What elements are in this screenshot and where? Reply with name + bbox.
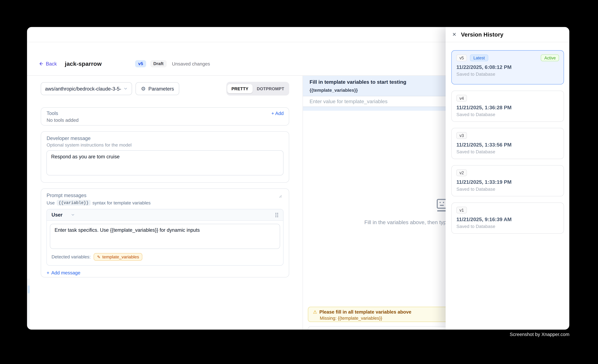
- pencil-icon: ✎: [97, 255, 100, 259]
- results-empty-message: Fill in the variables above, then typ: [364, 219, 447, 225]
- version-status: Saved to Database: [456, 112, 559, 117]
- parameters-label: Parameters: [149, 86, 174, 92]
- detected-variables-label: Detected variables:: [51, 254, 91, 260]
- drag-handle-icon[interactable]: [275, 212, 279, 218]
- add-message-label: Add message: [51, 270, 80, 276]
- version-item-v3[interactable]: v3 11/21/2025, 1:33:56 PM Saved to Datab…: [451, 128, 564, 159]
- version-date: 11/21/2025, 1:36:28 PM: [456, 105, 559, 110]
- toggle-pretty[interactable]: PRETTY: [227, 84, 252, 93]
- left-strip-highlight: [28, 286, 30, 294]
- view-mode-toggle: PRETTY DOTPROMPT: [226, 82, 289, 96]
- hint-suffix: syntax for template variables: [92, 200, 150, 205]
- version-tag: v4: [456, 95, 467, 102]
- template-variable-name: template_variables: [102, 255, 139, 259]
- tools-empty-text: No tools added: [47, 118, 284, 123]
- version-status: Saved to Database: [456, 72, 559, 77]
- model-select-value: aws/anthropic/bedrock-claude-3-5-s...: [45, 86, 121, 92]
- draft-badge: Draft: [150, 60, 167, 67]
- version-badges-row: v1: [456, 207, 559, 214]
- version-history-panel: ✕ Version History v5 Latest Active 11/22…: [446, 27, 569, 330]
- latest-badge: Latest: [470, 55, 488, 61]
- parameters-button[interactable]: ⚙ Parameters: [136, 82, 179, 95]
- role-select[interactable]: User: [51, 212, 75, 218]
- xnapper-watermark: Screenshot by Xnapper.com: [510, 332, 569, 337]
- close-icon[interactable]: ✕: [452, 32, 456, 37]
- back-label: Back: [46, 61, 57, 67]
- unsaved-changes-label: Unsaved changes: [172, 61, 210, 66]
- version-tag: v5: [456, 55, 467, 61]
- role-select-value: User: [51, 212, 63, 218]
- version-item-v2[interactable]: v2 11/21/2025, 1:33:19 PM Saved to Datab…: [451, 165, 564, 197]
- message-block: User Enter task specifics. Use {{templat…: [47, 209, 284, 266]
- version-date: 11/21/2025, 9:16:39 AM: [456, 217, 559, 222]
- prompt-editor-column: aws/anthropic/bedrock-claude-3-5-s... ⚙ …: [27, 76, 303, 330]
- warning-triangle-icon: ⚠: [313, 310, 317, 314]
- gear-icon: ⚙: [141, 86, 146, 91]
- version-item-v5[interactable]: v5 Latest Active 11/22/2025, 6:08:12 PM …: [451, 50, 564, 85]
- version-history-header: ✕ Version History: [446, 27, 569, 42]
- add-tool-button[interactable]: + Add: [271, 111, 284, 116]
- left-edge-strip: [27, 279, 30, 330]
- version-tag: v2: [456, 169, 467, 176]
- version-status: Saved to Database: [456, 187, 559, 192]
- hint-prefix: Use: [47, 200, 55, 205]
- message-textarea-wrap: Enter task specifics. Use {{template_var…: [50, 224, 280, 250]
- chevron-down-icon: [71, 213, 75, 217]
- version-tag: v1: [456, 207, 467, 214]
- developer-message-input[interactable]: Respond as you are tom cruise: [47, 150, 284, 176]
- version-status: Saved to Database: [456, 224, 559, 229]
- developer-message-card: Developer message Optional system instru…: [41, 132, 289, 183]
- page-header-row: Back jack-sparrow v5 Draft Unsaved chang…: [39, 60, 210, 67]
- add-message-button[interactable]: + Add message: [47, 270, 284, 276]
- version-badges-row: v4: [456, 95, 559, 102]
- tools-label: Tools: [47, 110, 58, 116]
- version-date: 11/22/2025, 6:08:12 PM: [456, 64, 559, 70]
- back-button[interactable]: Back: [39, 61, 57, 67]
- version-badges-row: v5 Latest Active: [456, 55, 559, 61]
- warning-title: Please fill in all template variables ab…: [319, 309, 411, 315]
- model-select[interactable]: aws/anthropic/bedrock-claude-3-5-s...: [41, 82, 132, 95]
- active-badge: Active: [541, 55, 559, 61]
- chevron-down-icon: [123, 87, 128, 91]
- developer-message-label: Developer message: [47, 136, 284, 141]
- add-tool-label: Add: [275, 111, 284, 116]
- screenshot-stage: Back jack-sparrow v5 Draft Unsaved chang…: [0, 0, 598, 364]
- message-input[interactable]: Enter task specifics. Use {{template_var…: [50, 224, 280, 249]
- arrow-left-icon: [39, 61, 44, 66]
- developer-message-hint: Optional system instructions for the mod…: [47, 142, 284, 148]
- version-item-v1[interactable]: v1 11/21/2025, 9:16:39 AM Saved to Datab…: [451, 203, 564, 234]
- version-date: 11/21/2025, 1:33:19 PM: [456, 179, 559, 185]
- message-header: User: [47, 209, 283, 221]
- message-body: Enter task specifics. Use {{template_var…: [47, 221, 283, 264]
- editor-toolbar: aws/anthropic/bedrock-claude-3-5-s... ⚙ …: [41, 82, 289, 95]
- version-badges-row: v2: [456, 169, 559, 176]
- developer-message-wrap: Respond as you are tom cruise: [47, 148, 284, 177]
- detected-variables-row: Detected variables: ✎ template_variables: [50, 250, 280, 261]
- version-item-v4[interactable]: v4 11/21/2025, 1:36:28 PM Saved to Datab…: [451, 91, 564, 122]
- app-window: Back jack-sparrow v5 Draft Unsaved chang…: [27, 27, 569, 330]
- version-badge: v5: [135, 60, 146, 67]
- version-history-title: Version History: [461, 31, 503, 38]
- tools-header: Tools + Add: [47, 110, 284, 116]
- toggle-dotprompt[interactable]: DOTPROMPT: [253, 84, 288, 93]
- page-title: jack-sparrow: [65, 60, 102, 67]
- prompt-messages-label: Prompt messages: [47, 193, 284, 199]
- version-badges-row: v3: [456, 132, 559, 139]
- version-date: 11/21/2025, 1:33:56 PM: [456, 142, 559, 148]
- version-tag: v3: [456, 132, 467, 139]
- version-list: v5 Latest Active 11/22/2025, 6:08:12 PM …: [446, 42, 569, 234]
- tools-card: Tools + Add No tools added: [41, 108, 289, 126]
- prompt-messages-card: Prompt messages Use {{variable}} syntax …: [41, 189, 289, 278]
- template-variable-chip[interactable]: ✎ template_variables: [94, 253, 142, 261]
- version-status: Saved to Database: [456, 149, 559, 155]
- prompt-messages-hint: Use {{variable}} syntax for template var…: [47, 200, 284, 206]
- variable-syntax-chip: {{variable}}: [57, 200, 91, 206]
